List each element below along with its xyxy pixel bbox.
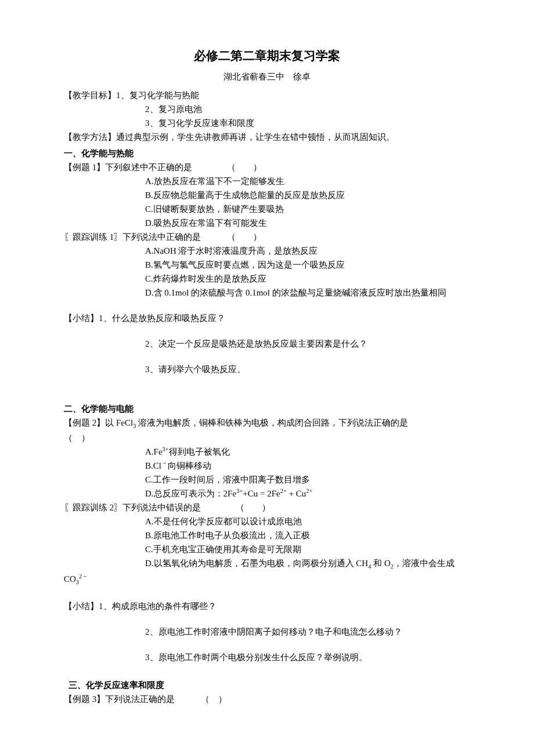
followup-2-opt-d-line-2: CO32－ [64,572,470,588]
example-2-opt-d: D.总反应可表示为：2Fe3++Cu = 2Fe2+ + Cu2+ [64,487,470,501]
example-2-opt-b-pre: B.Cl [145,461,161,470]
followup-1-opt-a: A.NaOH 溶于水时溶液温度升高，是放热反应 [64,244,470,258]
followup-1-label: 〖跟踪训练 1〗 [64,232,122,242]
example-2-opt-a-pre: A.Fe [145,447,163,456]
followup-2-opt-d-pre: D.以氢氧化钠为电解质，石墨为电极，向两极分别通入 CH [145,559,368,568]
example-3-stem: 【例题 3】下列说法正确的是 （ ） [64,692,470,706]
example-1-opt-a: A.放热反应在常温下不一定能够发生 [64,174,470,188]
example-2-opt-a-post: 得到电子被氧化 [169,447,230,456]
example-2-opt-d-mid2: + Cu [287,489,306,498]
author-line: 湖北省蕲春三中 徐卓 [64,70,470,84]
example-2-stem-line-2: （ ） [64,431,470,445]
followup-1-text: 下列说法中正确的是 （ ） [122,232,262,242]
example-2-opt-b-post: 向铜棒移动 [168,461,211,470]
goals-item-2: 2、复习原电池 [64,102,470,116]
summary-2-item-1: 1、构成原电池的条件有哪些？ [99,602,217,611]
example-2-opt-d-pre: D.总反应可表示为：2Fe [145,489,236,498]
subscript-3-b: 3 [76,579,79,585]
followup-2-opt-a: A.不是任何化学反应都可以设计成原电池 [64,514,470,528]
followup-2-opt-b: B.原电池工作时电子从负极流出，流入正极 [64,528,470,542]
section-2-head: 二、化学能与电能 [64,402,470,416]
followup-1-opt-c: C.炸药爆炸时发生的是放热反应 [64,272,470,286]
example-1-text: 下列叙述中不正确的是 （ ） [105,163,262,172]
section-3-head: 三、化学反应速率和限度 [64,678,470,692]
summary-2-line-1: 【小结】1、构成原电池的条件有哪些？ [64,599,470,613]
followup-2-opt-c: C.手机充电宝正确使用其寿命是可无限期 [64,542,470,556]
followup-2-stem: 〖跟踪训练 2〗下列说法中错误的是 （ ） [64,501,470,514]
goals-item-3: 3、复习化学反应速率和限度 [64,116,470,130]
method-line: 【教学方法】通过典型示例，学生先讲教师再讲，让学生在错中顿悟，从而巩固知识。 [64,130,470,144]
summary-1-item-3: 3、请列举六个吸热反应。 [64,362,470,376]
followup-2-text: 下列说法中错误的是 （ ） [122,503,270,512]
goals-item-1: 1、复习化学能与热能 [116,91,199,100]
example-2-opt-d-mid1: +Cu = 2Fe [243,489,280,498]
superscript-2plus-2: 2+ [306,488,312,494]
method-label: 【教学方法】 [64,132,116,142]
example-1-opt-b: B.反应物总能量高于生成物总能量的反应是放热反应 [64,188,470,202]
summary-1-line-1: 【小结】1、什么是放热反应和吸热反应？ [64,311,470,325]
summary-1-label: 【小结】 [64,314,99,323]
goals-line-1: 【教学目标】1、复习化学能与热能 [64,88,470,102]
superscript-2plus: 2+ [280,488,287,494]
example-1-label: 【例题 1】 [64,163,105,172]
followup-2-label: 〖跟踪训练 2〗 [64,503,122,512]
example-1-stem: 【例题 1】下列叙述中不正确的是 （ ） [64,160,470,174]
followup-2-opt-d-l2-pre: CO [64,574,76,584]
example-2-opt-a: A.Fe3+得到电子被氧化 [64,445,470,459]
example-2-opt-c: C.工作一段时间后，溶液中阳离子数目增多 [64,473,470,487]
example-2-label: 【例题 2】 [64,418,105,427]
summary-1-item-2: 2、决定一个反应是吸热还是放热反应最主要因素是什么？ [64,337,470,351]
summary-2-item-2: 2、原电池工作时溶液中阴阳离子如何移动？电子和电流怎么移动？ [64,625,470,639]
method-text: 通过典型示例，学生先讲教师再讲，让学生在错中顿悟，从而巩固知识。 [116,132,395,142]
superscript-3plus-2: 3+ [236,488,243,494]
example-1-opt-c: C.旧键断裂要放热，新键产生要吸热 [64,202,470,216]
followup-2-opt-d-line-1: D.以氢氧化钠为电解质，石墨为电极，向两极分别通入 CH4 和 O2，溶液中会生… [64,556,470,572]
goals-label: 【教学目标】 [64,91,116,100]
superscript-2minus: 2－ [79,573,88,579]
example-2-opt-b: B.Cl－向铜棒移动 [64,459,470,473]
page-title: 必修二第二章期末复习学案 [64,46,470,66]
example-1-opt-d: D.吸热反应在常温下有可能发生 [64,216,470,230]
summary-2-label: 【小结】 [64,602,99,611]
summary-1-item-1: 1、什么是放热反应和吸热反应？ [99,314,225,323]
superscript-minus: － [161,460,168,466]
example-2-stem-line-1: 【例题 2】以 FeCl3 溶液为电解质，铜棒和铁棒为电极，构成闭合回路，下列说… [64,416,470,431]
example-2-post: 溶液为电解质，铜棒和铁棒为电极，构成闭合回路，下列说法正确的是 [136,418,408,427]
followup-2-opt-d-mid: 和 O [371,559,390,568]
followup-1-stem: 〖跟踪训练 1〗下列说法中正确的是 （ ） [64,230,470,244]
section-1-head: 一、化学能与热能 [64,146,470,160]
example-3-text: 下列说法正确的是 （ ） [105,694,227,704]
example-2-pre: 以 FeCl [105,418,133,427]
example-3-label: 【例题 3】 [64,694,105,704]
summary-2-item-3: 3、原电池工作时两个电极分别发生什么反应？举例说明。 [64,650,470,664]
superscript-3plus: 3+ [163,446,169,452]
followup-1-opt-d: D.含 0.1mol 的浓硫酸与含 0.1mol 的浓盐酸与足量烧碱溶液反应时放… [64,286,470,300]
followup-2-opt-d-post: ，溶液中会生成 [394,559,454,568]
followup-1-opt-b: B.氢气与氯气反应时要点燃，因为这是一个吸热反应 [64,258,470,272]
